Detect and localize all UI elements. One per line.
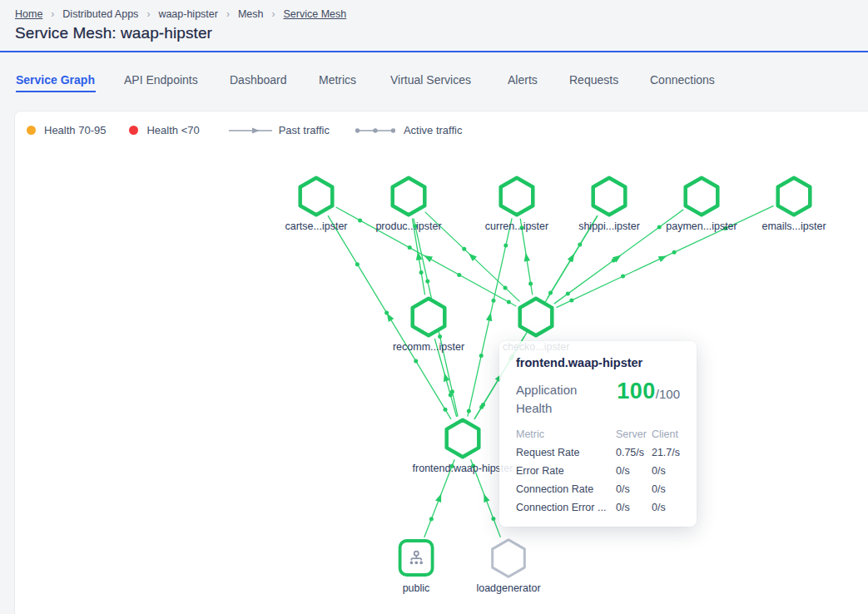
- svg-text:produc...ipster: produc...ipster: [375, 220, 441, 232]
- svg-text:emails...ipster: emails...ipster: [761, 220, 826, 232]
- svg-text:frontend.waap-hipster: frontend.waap-hipster: [413, 463, 513, 474]
- svg-text:recomm...ipster: recomm...ipster: [393, 341, 464, 353]
- svg-text:public: public: [403, 582, 430, 594]
- svg-text:curren...ipster: curren...ipster: [485, 220, 548, 232]
- svg-text:loadgenerator: loadgenerator: [476, 582, 540, 594]
- svg-text:shippi...ipster: shippi...ipster: [578, 220, 640, 232]
- svg-text:cartse...ipster: cartse...ipster: [285, 220, 347, 232]
- svg-text:paymen...ipster: paymen...ipster: [666, 220, 737, 232]
